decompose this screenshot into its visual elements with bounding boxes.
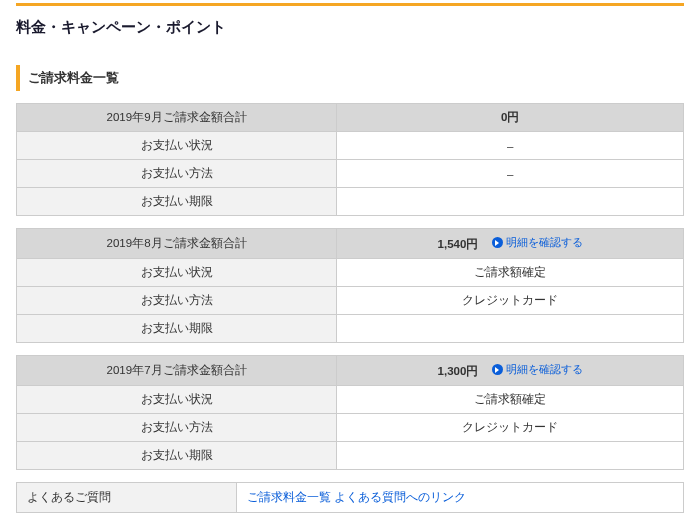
detail-link[interactable]: 明細を確認する (492, 362, 583, 377)
status-label: お支払い状況 (17, 132, 337, 160)
arrow-right-icon (492, 364, 503, 375)
total-amount-cell: 0円 (337, 104, 684, 132)
due-label: お支払い期限 (17, 315, 337, 343)
method-value: クレジットカード (337, 414, 684, 442)
total-label: 2019年7月ご請求金額合計 (17, 356, 337, 386)
status-value: ご請求額確定 (337, 386, 684, 414)
total-amount-cell: 1,540円 明細を確認する (337, 229, 684, 259)
detail-link-label: 明細を確認する (506, 235, 583, 250)
billing-table: 2019年7月ご請求金額合計 1,300円 明細を確認する お支払い状況 ご請求… (16, 355, 684, 470)
method-value: – (337, 160, 684, 188)
total-label: 2019年9月ご請求金額合計 (17, 104, 337, 132)
due-value (337, 315, 684, 343)
section-heading: ご請求料金一覧 (16, 65, 684, 91)
due-label: お支払い期限 (17, 442, 337, 470)
method-label: お支払い方法 (17, 414, 337, 442)
method-label: お支払い方法 (17, 287, 337, 315)
accent-topbar (16, 3, 684, 6)
amount: 1,300円 (438, 364, 479, 379)
billing-table: 2019年9月ご請求金額合計 0円 お支払い状況 – お支払い方法 – お支払い… (16, 103, 684, 216)
due-label: お支払い期限 (17, 188, 337, 216)
faq-link[interactable]: ご請求料金一覧 よくある質問へのリンク (247, 491, 466, 503)
status-value: – (337, 132, 684, 160)
method-value: クレジットカード (337, 287, 684, 315)
billing-section: ご請求料金一覧 2019年9月ご請求金額合計 0円 お支払い状況 – お支払い方… (16, 65, 684, 513)
page-title: 料金・キャンペーン・ポイント (16, 18, 684, 37)
status-label: お支払い状況 (17, 386, 337, 414)
faq-table: よくあるご質問 ご請求料金一覧 よくある質問へのリンク (16, 482, 684, 513)
detail-link[interactable]: 明細を確認する (492, 235, 583, 250)
amount: 0円 (501, 110, 519, 125)
total-amount-cell: 1,300円 明細を確認する (337, 356, 684, 386)
billing-table: 2019年8月ご請求金額合計 1,540円 明細を確認する お支払い状況 ご請求… (16, 228, 684, 343)
arrow-right-icon (492, 237, 503, 248)
status-label: お支払い状況 (17, 259, 337, 287)
total-label: 2019年8月ご請求金額合計 (17, 229, 337, 259)
due-value (337, 188, 684, 216)
amount: 1,540円 (438, 237, 479, 252)
due-value (337, 442, 684, 470)
detail-link-label: 明細を確認する (506, 362, 583, 377)
faq-label: よくあるご質問 (17, 483, 237, 513)
method-label: お支払い方法 (17, 160, 337, 188)
status-value: ご請求額確定 (337, 259, 684, 287)
